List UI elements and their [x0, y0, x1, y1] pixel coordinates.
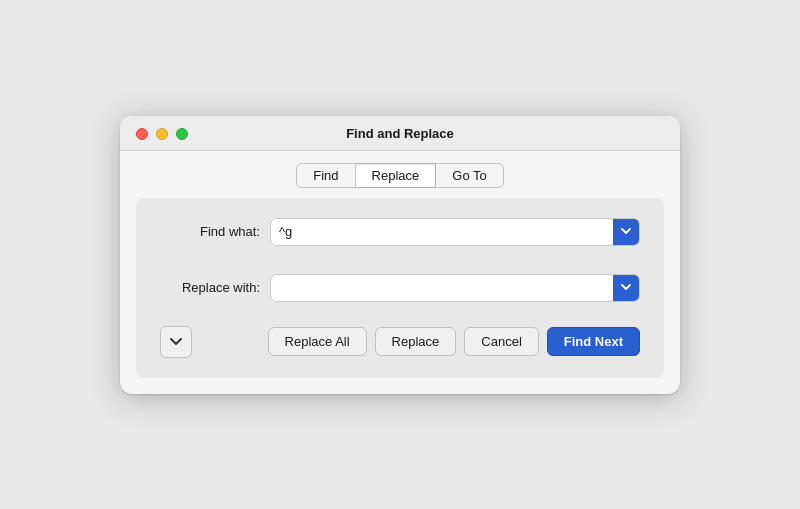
find-what-label: Find what: [160, 224, 260, 239]
find-what-dropdown-button[interactable] [613, 219, 639, 245]
close-button[interactable] [136, 128, 148, 140]
cancel-button[interactable]: Cancel [464, 327, 538, 356]
replace-with-row: Replace with: [160, 274, 640, 302]
tab-find[interactable]: Find [296, 163, 355, 188]
replace-button[interactable]: Replace [375, 327, 457, 356]
chevron-down-icon [621, 284, 631, 291]
find-replace-window: Find and Replace Find Replace Go To Find… [120, 116, 680, 394]
minimize-button[interactable] [156, 128, 168, 140]
title-bar: Find and Replace [120, 116, 680, 151]
replace-with-input-wrapper [270, 274, 640, 302]
find-what-input[interactable] [271, 219, 613, 244]
tab-goto[interactable]: Go To [436, 163, 503, 188]
content-area: Find what: Replace with: [136, 198, 664, 378]
replace-all-button[interactable]: Replace All [268, 327, 367, 356]
expand-button[interactable] [160, 326, 192, 358]
maximize-button[interactable] [176, 128, 188, 140]
replace-with-input[interactable] [271, 275, 613, 300]
tab-replace[interactable]: Replace [356, 163, 437, 188]
traffic-lights [136, 128, 188, 140]
tab-bar: Find Replace Go To [120, 151, 680, 198]
chevron-down-icon [621, 228, 631, 235]
replace-with-label: Replace with: [160, 280, 260, 295]
find-next-button[interactable]: Find Next [547, 327, 640, 356]
find-what-input-wrapper [270, 218, 640, 246]
find-what-row: Find what: [160, 218, 640, 246]
chevron-down-icon [170, 338, 182, 346]
window-title: Find and Replace [346, 126, 454, 141]
replace-with-dropdown-button[interactable] [613, 275, 639, 301]
button-row: Replace All Replace Cancel Find Next [160, 326, 640, 358]
